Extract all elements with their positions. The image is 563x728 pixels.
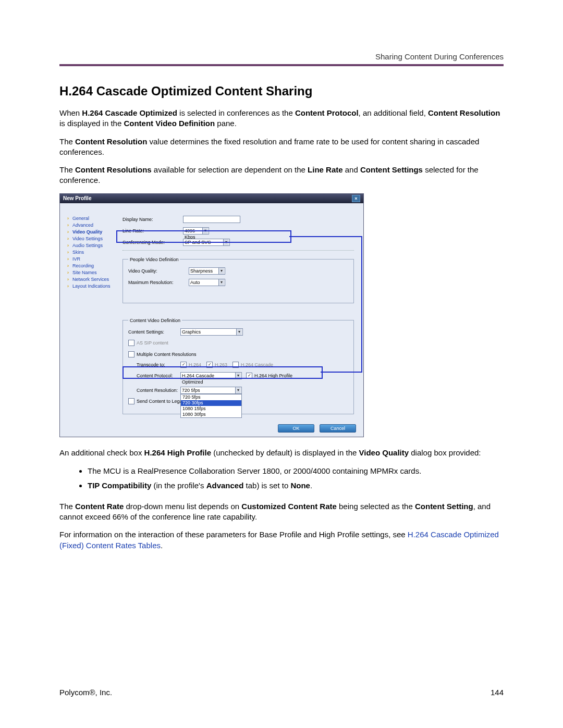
dropdown-option[interactable]: 1080 30fps — [181, 412, 241, 417]
text: tab) is set to — [243, 481, 290, 490]
dialog-main-pane: Display Name: Line Rate: 4096 Kbps Confe… — [117, 203, 363, 437]
multiple-content-resolutions-checkbox[interactable]: Multiple Content Resolutions — [128, 351, 197, 357]
text-bold: H.264 High Profile — [144, 448, 211, 457]
text-bold: None — [290, 481, 310, 490]
ok-button[interactable]: OK — [278, 424, 314, 433]
text-bold: Advanced — [206, 481, 244, 490]
nav-item-skins[interactable]: Skins — [67, 250, 117, 255]
nav-item-layout-indications[interactable]: Layout Indications — [67, 283, 117, 289]
nav-item-recording[interactable]: Recording — [67, 263, 117, 268]
new-profile-dialog: New Profile × General Advanced Video Qua… — [59, 193, 364, 437]
list-item: TIP Compatibility (in the profile's Adva… — [88, 480, 504, 492]
display-name-input[interactable] — [183, 216, 240, 223]
text: When — [59, 108, 82, 117]
dropdown-option[interactable]: 720 5fps — [181, 394, 241, 400]
video-quality-label: Video Quality: — [128, 268, 189, 274]
text: . — [310, 481, 312, 490]
transcode-h264-label: H.264 — [189, 362, 201, 367]
h264-high-profile-checkbox[interactable]: ✓H.264 High Profile — [246, 373, 292, 379]
dialog-body: General Advanced Video Quality Video Set… — [60, 203, 363, 437]
dialog-title: New Profile — [63, 195, 91, 201]
text-bold: Content Resolutions — [75, 165, 152, 174]
nav-item-site-names[interactable]: Site Names — [67, 270, 117, 275]
header-rule — [59, 64, 504, 66]
text: available for selection are dependent on… — [152, 165, 308, 174]
people-legend: People Video Definition — [128, 257, 180, 262]
dropdown-option[interactable]: 720 30fps — [181, 400, 241, 406]
checkbox-icon — [128, 351, 134, 357]
text: (unchecked by default) is displayed in t… — [211, 448, 359, 457]
text-bold: Line Rate — [308, 165, 343, 174]
transcode-h264-checkbox[interactable]: ✓H.264 — [180, 362, 201, 368]
nav-item-video-settings[interactable]: Video Settings — [67, 236, 117, 241]
text: dialog box provided: — [409, 448, 481, 457]
line-rate-label: Line Rate: — [123, 228, 183, 233]
checkbox-icon: ✓ — [246, 373, 252, 379]
dialog-nav: General Advanced Video Quality Video Set… — [60, 203, 117, 437]
as-sip-content-checkbox[interactable]: AS SIP content — [128, 340, 168, 346]
paragraph-2: The Content Resolution value determines … — [59, 137, 504, 158]
content-resolution-label: Content Resolution: — [137, 388, 180, 393]
text: The — [59, 502, 75, 511]
text-bold: Video Quality — [359, 448, 409, 457]
checkbox-icon — [232, 362, 239, 368]
bullet-list: The MCU is a RealPresence Collaboration … — [59, 465, 504, 492]
nav-item-advanced[interactable]: Advanced — [67, 223, 117, 228]
text: An additional check box — [59, 448, 144, 457]
h264-high-profile-label: H.264 High Profile — [254, 373, 292, 378]
text: is selected in conferences as the — [177, 108, 295, 117]
paragraph-6: For information on the interaction of th… — [59, 529, 504, 551]
conferencing-mode-select[interactable]: CP and SVC — [183, 239, 230, 246]
paragraph-1: When H.264 Cascade Optimized is selected… — [59, 108, 504, 129]
paragraph-4: An additional check box H.264 High Profi… — [59, 448, 504, 458]
text-bold: Content Resolution — [428, 108, 500, 117]
text-bold: Content Video Definition — [124, 119, 215, 128]
content-resolution-select[interactable]: 720 5fps — [180, 387, 242, 394]
transcode-h263-checkbox[interactable]: ✓H.263 — [206, 362, 227, 368]
text-bold: Content Setting — [415, 502, 473, 511]
page-footer: Polycom®, Inc. 144 — [59, 688, 504, 697]
nav-item-audio-settings[interactable]: Audio Settings — [67, 243, 117, 248]
dialog-title-bar[interactable]: New Profile × — [60, 194, 363, 203]
as-sip-content-label: AS SIP content — [137, 340, 168, 346]
people-video-definition-pane: People Video Definition Video Quality: S… — [123, 257, 354, 303]
text: is displayed in the — [59, 119, 124, 128]
multiple-content-resolutions-label: Multiple Content Resolutions — [137, 352, 197, 357]
transcode-h264-cascade-checkbox[interactable]: H.264 Cascade — [232, 362, 273, 368]
text: . — [161, 541, 163, 550]
nav-item-network-services[interactable]: Network Services — [67, 277, 117, 282]
close-icon[interactable]: × — [352, 195, 360, 202]
content-settings-select[interactable]: Graphics — [180, 328, 243, 336]
text: (in the profile's — [151, 481, 206, 490]
highlight-connector — [361, 236, 362, 372]
footer-page-number: 144 — [491, 688, 504, 697]
video-quality-select[interactable]: Sharpness — [189, 267, 225, 275]
checkbox-icon — [128, 398, 134, 404]
text: , an additional field, — [359, 108, 428, 117]
content-protocol-label: Content Protocol: — [137, 373, 180, 378]
footer-company: Polycom®, Inc. — [59, 688, 112, 697]
text-bold: Content Resolution — [75, 137, 147, 146]
text: For information on the interaction of th… — [59, 530, 408, 539]
text: The — [59, 137, 75, 146]
paragraph-3: The Content Resolutions available for se… — [59, 165, 504, 186]
text: drop-down menu list depends on — [124, 502, 241, 511]
content-resolution-dropdown[interactable]: 720 5fps 720 30fps 1080 15fps 1080 30fps — [180, 394, 242, 418]
text-bold: Content Protocol — [295, 108, 359, 117]
conferencing-mode-label: Conferencing Mode: — [123, 240, 183, 245]
checkbox-icon — [128, 340, 134, 346]
nav-item-general[interactable]: General — [67, 216, 117, 221]
text-bold: Content Settings — [360, 165, 423, 174]
content-protocol-select[interactable]: H.264 Cascade Optimized — [180, 372, 242, 379]
text-bold: Content Rate — [75, 502, 124, 511]
cancel-button[interactable]: Cancel — [320, 424, 356, 433]
nav-item-ivr[interactable]: IVR — [67, 256, 117, 262]
paragraph-5: The Content Rate drop-down menu list dep… — [59, 501, 504, 523]
text-bold: H.264 Cascade Optimized — [82, 108, 177, 117]
dropdown-option[interactable]: 1080 15fps — [181, 406, 241, 412]
display-name-label: Display Name: — [123, 217, 183, 222]
text-bold: Customized Content Rate — [241, 502, 337, 511]
line-rate-select[interactable]: 4096 Kbps — [183, 227, 209, 235]
nav-item-video-quality[interactable]: Video Quality — [67, 229, 117, 235]
max-resolution-select[interactable]: Auto — [189, 279, 225, 286]
